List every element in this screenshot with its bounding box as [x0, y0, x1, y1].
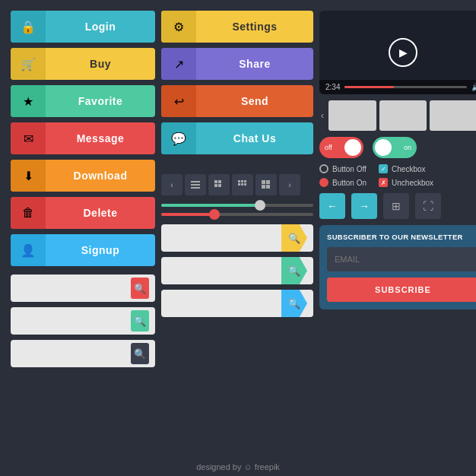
checkbox-unchecked-item[interactable]: ✗ Uncheckbox: [379, 178, 433, 187]
thumbnail-2[interactable]: [379, 100, 427, 131]
toggle-off-label: off: [325, 144, 332, 151]
send-button[interactable]: ↩ Send: [161, 85, 313, 117]
slider-green-row: [161, 204, 313, 207]
next-page-btn[interactable]: ›: [279, 174, 300, 195]
share-icon: ↗: [161, 48, 196, 80]
expand-btn[interactable]: ⊞: [383, 193, 409, 219]
thumb-prev-btn[interactable]: ‹: [319, 109, 325, 122]
newsletter-email-input[interactable]: [327, 247, 476, 271]
arrow-nav-section: ← → ⊞ ⛶: [319, 193, 476, 219]
play-button[interactable]: ▶: [389, 38, 417, 67]
chat-button[interactable]: 💬 Chat Us: [161, 122, 313, 154]
search-bars-group2: 🔍 🔍 🔍: [161, 224, 313, 317]
sliders-section: [161, 204, 313, 216]
search-btn-2[interactable]: 🔍: [131, 310, 149, 332]
arrow-search-bar-1[interactable]: 🔍: [161, 224, 313, 252]
volume-icon[interactable]: 🔊: [471, 83, 476, 91]
video-time: 2:34: [325, 83, 340, 91]
slider-red-row: [161, 213, 313, 216]
svg-rect-0: [214, 180, 217, 183]
download-button[interactable]: ⬇ Download: [11, 160, 155, 192]
slider-green-fill: [161, 204, 260, 207]
search-input-1[interactable]: [17, 283, 131, 294]
svg-rect-9: [244, 183, 246, 186]
radio-off-label: Button Off: [332, 165, 367, 173]
arrow-search-input-2[interactable]: [167, 265, 281, 276]
grid-4col-icon: [238, 180, 247, 189]
star-icon: ★: [11, 85, 46, 117]
envelope-icon: ✉: [11, 122, 46, 154]
search-btn-3[interactable]: 🔍: [131, 343, 149, 364]
grid-view-btn[interactable]: [208, 174, 230, 195]
checkbox-unchecked-box: ✗: [379, 178, 388, 187]
video-player: ▶ 2:34 🔊: [319, 11, 476, 94]
radio-on-item[interactable]: Button On: [319, 178, 367, 187]
settings-button[interactable]: ⚙ Settings: [161, 11, 313, 43]
favorite-label: Favorite: [46, 95, 155, 107]
buy-button[interactable]: 🛒 Buy: [11, 48, 155, 80]
send-icon: ↩: [161, 85, 196, 117]
radio-off-circle: [319, 164, 328, 173]
subscribe-button[interactable]: SUBSCRIBE: [327, 278, 476, 302]
search-bar-2[interactable]: 🔍: [11, 307, 155, 335]
list-view-btn[interactable]: [185, 174, 206, 195]
svg-rect-7: [241, 183, 243, 186]
grid4-view-btn[interactable]: [232, 174, 253, 195]
video-progress-fill: [344, 86, 393, 88]
login-button[interactable]: 🔒 Login: [11, 11, 155, 43]
search-btn-1[interactable]: 🔍: [131, 278, 149, 299]
gear-icon: ⚙: [161, 11, 196, 43]
download-label: Download: [46, 170, 155, 182]
message-button[interactable]: ✉ Message: [11, 122, 155, 154]
search-bars-group1: 🔍 🔍 🔍: [11, 274, 155, 367]
user-icon: 👤: [11, 234, 46, 266]
slider-red-track[interactable]: [161, 213, 313, 216]
arrow-badge-teal: 🔍: [281, 257, 307, 284]
radio-off-item[interactable]: Button Off: [319, 164, 367, 173]
search-input-2[interactable]: [17, 316, 131, 326]
radio-on-circle: [319, 178, 328, 187]
chat-label: Chat Us: [196, 132, 313, 144]
favorite-button[interactable]: ★ Favorite: [11, 85, 155, 117]
toggle-on[interactable]: on: [373, 137, 417, 158]
share-button[interactable]: ↗ Share: [161, 48, 313, 80]
signup-button[interactable]: 👤 Signup: [11, 234, 155, 266]
delete-label: Delete: [46, 207, 155, 219]
toggles-section: off on: [319, 137, 476, 158]
fullscreen-btn[interactable]: ⛶: [415, 193, 441, 219]
search-bar-1[interactable]: 🔍: [11, 274, 155, 302]
arrow-search-bar-3[interactable]: 🔍: [161, 290, 313, 317]
arrow-search-input-3[interactable]: [167, 298, 281, 309]
delete-button[interactable]: 🗑 Delete: [11, 197, 155, 229]
video-progress-bar[interactable]: [344, 86, 467, 88]
thumbnail-1[interactable]: [328, 100, 376, 131]
lock-icon: 🔒: [11, 11, 46, 43]
arrow-search-input-1[interactable]: [167, 233, 281, 243]
checkbox-unchecked-label: Uncheckbox: [392, 179, 433, 187]
slider-green-track[interactable]: [161, 204, 313, 207]
svg-rect-8: [244, 180, 246, 182]
slider-red-thumb[interactable]: [209, 209, 220, 220]
pagination-controls: ‹ ›: [161, 174, 313, 195]
thumbnail-3[interactable]: [430, 100, 476, 131]
checkbox-checked-item[interactable]: ✓ Checkbox: [379, 164, 433, 173]
cart-icon: 🛒: [11, 48, 46, 80]
login-label: Login: [46, 21, 155, 33]
checkbox-checked-box: ✓: [379, 164, 388, 173]
nav-left-btn[interactable]: ←: [319, 193, 345, 219]
svg-rect-1: [214, 184, 217, 187]
search-bar-3[interactable]: 🔍: [11, 340, 155, 367]
svg-rect-10: [262, 180, 265, 184]
newsletter-section: SUBSCRIBER TO OUR NEWSLETTER SUBSCRIBE: [319, 225, 476, 309]
arrow-search-bar-2[interactable]: 🔍: [161, 257, 313, 284]
slider-green-thumb[interactable]: [255, 200, 265, 211]
signup-label: Signup: [46, 244, 155, 256]
tiles-view-btn[interactable]: [255, 174, 277, 195]
search-input-3[interactable]: [17, 348, 131, 359]
prev-page-btn[interactable]: ‹: [161, 174, 182, 195]
nav-right-btn[interactable]: →: [351, 193, 377, 219]
toggle-on-knob: [375, 139, 392, 156]
tiles-icon: [262, 180, 271, 189]
toggle-off[interactable]: off: [319, 137, 363, 158]
share-label: Share: [196, 58, 313, 70]
